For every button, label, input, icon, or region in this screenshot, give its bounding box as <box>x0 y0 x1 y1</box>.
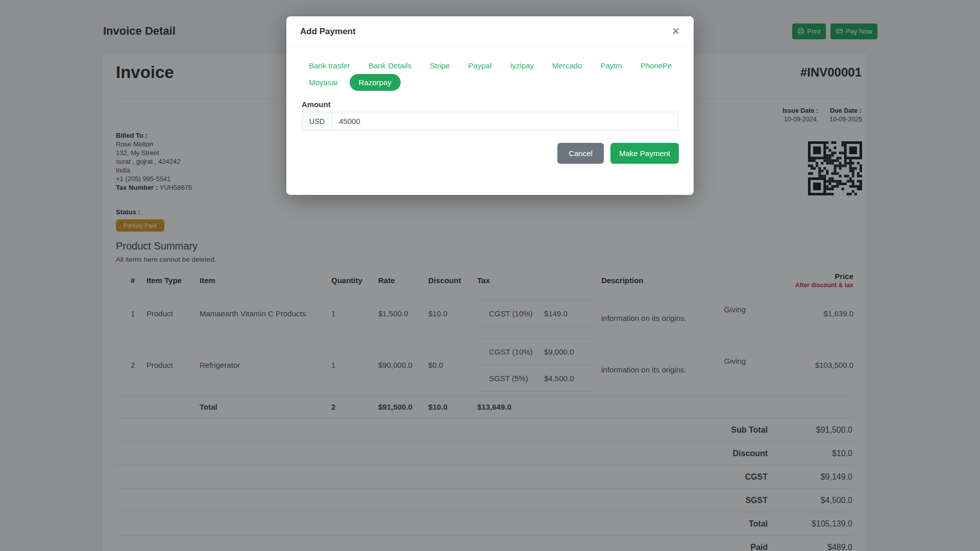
add-payment-modal: Add Payment ✕ Bank trasfer Bank Details … <box>286 16 694 195</box>
tab-iyzipay[interactable]: Iyzipay <box>503 57 541 74</box>
modal-header: Add Payment ✕ <box>286 16 694 47</box>
amount-input-group: USD <box>302 112 678 131</box>
tab-razorpay[interactable]: Razorpay <box>350 74 401 91</box>
amount-input[interactable] <box>332 112 678 131</box>
modal-body: Bank trasfer Bank Details Stripe Paypal … <box>286 47 694 131</box>
tab-paytm[interactable]: Paytm <box>593 57 629 74</box>
tab-paypal[interactable]: Paypal <box>461 57 499 74</box>
tab-bank-details[interactable]: Bank Details <box>361 57 419 74</box>
payment-tabs-row-2: Moyasar Razorpay <box>302 74 678 91</box>
cancel-button[interactable]: Cancel <box>557 143 604 164</box>
tab-phonepe[interactable]: PhonePe <box>633 57 679 74</box>
currency-addon: USD <box>302 112 332 131</box>
close-icon[interactable]: ✕ <box>672 27 680 36</box>
modal-title: Add Payment <box>300 27 356 37</box>
amount-label: Amount <box>302 100 678 109</box>
tab-mercado[interactable]: Mercado <box>545 57 589 74</box>
tab-bank-trasfer[interactable]: Bank trasfer <box>302 57 357 74</box>
modal-footer: Cancel Make Payment <box>286 143 694 164</box>
tab-stripe[interactable]: Stripe <box>423 57 457 74</box>
make-payment-button[interactable]: Make Payment <box>610 143 679 164</box>
tab-moyasar[interactable]: Moyasar <box>302 74 346 91</box>
payment-tabs-row-1: Bank trasfer Bank Details Stripe Paypal … <box>302 57 678 74</box>
